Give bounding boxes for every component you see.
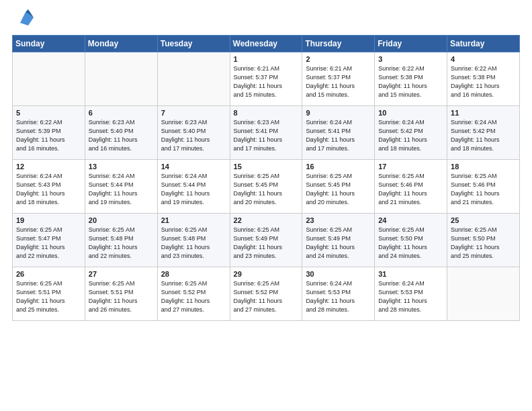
day-number: 28 (161, 270, 226, 278)
calendar-cell: 5Sunrise: 6:22 AM Sunset: 5:39 PM Daylig… (13, 106, 85, 160)
day-info: Sunrise: 6:25 AM Sunset: 5:48 PM Dayligh… (161, 226, 226, 261)
day-number: 31 (378, 270, 443, 278)
calendar-cell: 20Sunrise: 6:25 AM Sunset: 5:48 PM Dayli… (85, 214, 157, 267)
week-row-3: 12Sunrise: 6:24 AM Sunset: 5:43 PM Dayli… (13, 160, 520, 214)
day-number: 9 (306, 109, 371, 117)
week-row-4: 19Sunrise: 6:25 AM Sunset: 5:47 PM Dayli… (13, 214, 520, 267)
day-info: Sunrise: 6:24 AM Sunset: 5:41 PM Dayligh… (306, 118, 371, 153)
logo (12, 11, 36, 31)
day-info: Sunrise: 6:24 AM Sunset: 5:53 PM Dayligh… (306, 279, 371, 314)
day-number: 20 (89, 216, 154, 224)
day-number: 24 (378, 216, 443, 224)
day-info: Sunrise: 6:25 AM Sunset: 5:49 PM Dayligh… (306, 226, 371, 261)
day-number: 2 (306, 55, 371, 63)
calendar-cell: 16Sunrise: 6:25 AM Sunset: 5:45 PM Dayli… (302, 160, 375, 214)
day-number: 17 (378, 163, 443, 171)
day-info: Sunrise: 6:25 AM Sunset: 5:46 PM Dayligh… (378, 172, 443, 207)
logo-icon (15, 7, 36, 28)
calendar-cell: 29Sunrise: 6:25 AM Sunset: 5:52 PM Dayli… (230, 267, 302, 321)
day-number: 4 (451, 55, 516, 63)
weekday-header-row: SundayMondayTuesdayWednesdayThursdayFrid… (13, 36, 520, 52)
calendar-cell: 6Sunrise: 6:23 AM Sunset: 5:40 PM Daylig… (85, 106, 157, 160)
calendar-cell: 30Sunrise: 6:24 AM Sunset: 5:53 PM Dayli… (302, 267, 375, 321)
day-number: 21 (161, 216, 226, 224)
weekday-header-friday: Friday (375, 36, 447, 52)
day-number: 11 (451, 109, 516, 117)
calendar-cell: 28Sunrise: 6:25 AM Sunset: 5:52 PM Dayli… (157, 267, 230, 321)
day-info: Sunrise: 6:21 AM Sunset: 5:37 PM Dayligh… (234, 64, 299, 99)
calendar-cell: 11Sunrise: 6:24 AM Sunset: 5:42 PM Dayli… (447, 106, 520, 160)
calendar-cell: 18Sunrise: 6:25 AM Sunset: 5:46 PM Dayli… (447, 160, 520, 214)
calendar-cell: 26Sunrise: 6:25 AM Sunset: 5:51 PM Dayli… (13, 267, 85, 321)
weekday-header-monday: Monday (85, 36, 157, 52)
calendar-cell: 14Sunrise: 6:24 AM Sunset: 5:44 PM Dayli… (157, 160, 230, 214)
calendar-cell (447, 267, 520, 321)
day-number: 18 (451, 163, 516, 171)
calendar-cell (85, 52, 157, 106)
day-info: Sunrise: 6:25 AM Sunset: 5:52 PM Dayligh… (161, 279, 226, 314)
weekday-header-sunday: Sunday (13, 36, 85, 52)
day-number: 15 (234, 163, 299, 171)
calendar-cell: 31Sunrise: 6:24 AM Sunset: 5:53 PM Dayli… (375, 267, 447, 321)
calendar-cell: 17Sunrise: 6:25 AM Sunset: 5:46 PM Dayli… (375, 160, 447, 214)
day-number: 14 (161, 163, 226, 171)
day-info: Sunrise: 6:24 AM Sunset: 5:42 PM Dayligh… (378, 118, 443, 153)
calendar-cell: 9Sunrise: 6:24 AM Sunset: 5:41 PM Daylig… (302, 106, 375, 160)
day-number: 5 (16, 109, 81, 117)
day-info: Sunrise: 6:22 AM Sunset: 5:38 PM Dayligh… (378, 64, 443, 99)
day-info: Sunrise: 6:22 AM Sunset: 5:39 PM Dayligh… (16, 118, 81, 153)
day-number: 12 (16, 163, 81, 171)
day-number: 6 (89, 109, 154, 117)
day-info: Sunrise: 6:24 AM Sunset: 5:42 PM Dayligh… (451, 118, 516, 153)
day-info: Sunrise: 6:24 AM Sunset: 5:53 PM Dayligh… (378, 279, 443, 314)
day-number: 25 (451, 216, 516, 224)
day-info: Sunrise: 6:25 AM Sunset: 5:51 PM Dayligh… (89, 279, 154, 314)
weekday-header-tuesday: Tuesday (157, 36, 230, 52)
day-info: Sunrise: 6:22 AM Sunset: 5:38 PM Dayligh… (451, 64, 516, 99)
day-number: 30 (306, 270, 371, 278)
calendar-cell: 10Sunrise: 6:24 AM Sunset: 5:42 PM Dayli… (375, 106, 447, 160)
calendar-cell: 21Sunrise: 6:25 AM Sunset: 5:48 PM Dayli… (157, 214, 230, 267)
calendar-cell: 25Sunrise: 6:25 AM Sunset: 5:50 PM Dayli… (447, 214, 520, 267)
day-number: 26 (16, 270, 81, 278)
header (12, 7, 520, 31)
day-info: Sunrise: 6:25 AM Sunset: 5:52 PM Dayligh… (234, 279, 299, 314)
calendar-cell (13, 52, 85, 106)
day-number: 29 (234, 270, 299, 278)
day-number: 13 (89, 163, 154, 171)
calendar-cell: 13Sunrise: 6:24 AM Sunset: 5:44 PM Dayli… (85, 160, 157, 214)
svg-marker-0 (20, 12, 34, 26)
calendar-cell: 1Sunrise: 6:21 AM Sunset: 5:37 PM Daylig… (230, 52, 302, 106)
calendar-cell: 2Sunrise: 6:21 AM Sunset: 5:37 PM Daylig… (302, 52, 375, 106)
day-info: Sunrise: 6:23 AM Sunset: 5:41 PM Dayligh… (234, 118, 299, 153)
calendar-cell: 4Sunrise: 6:22 AM Sunset: 5:38 PM Daylig… (447, 52, 520, 106)
day-number: 23 (306, 216, 371, 224)
day-number: 10 (378, 109, 443, 117)
day-number: 27 (89, 270, 154, 278)
day-info: Sunrise: 6:24 AM Sunset: 5:43 PM Dayligh… (16, 172, 81, 207)
day-number: 19 (16, 216, 81, 224)
day-info: Sunrise: 6:25 AM Sunset: 5:50 PM Dayligh… (451, 226, 516, 261)
weekday-header-wednesday: Wednesday (230, 36, 302, 52)
day-info: Sunrise: 6:25 AM Sunset: 5:45 PM Dayligh… (234, 172, 299, 207)
day-number: 3 (378, 55, 443, 63)
calendar-cell: 19Sunrise: 6:25 AM Sunset: 5:47 PM Dayli… (13, 214, 85, 267)
calendar-cell: 23Sunrise: 6:25 AM Sunset: 5:49 PM Dayli… (302, 214, 375, 267)
day-info: Sunrise: 6:25 AM Sunset: 5:46 PM Dayligh… (451, 172, 516, 207)
weekday-header-thursday: Thursday (302, 36, 375, 52)
day-info: Sunrise: 6:25 AM Sunset: 5:51 PM Dayligh… (16, 279, 81, 314)
day-info: Sunrise: 6:24 AM Sunset: 5:44 PM Dayligh… (89, 172, 154, 207)
week-row-5: 26Sunrise: 6:25 AM Sunset: 5:51 PM Dayli… (13, 267, 520, 321)
day-number: 22 (234, 216, 299, 224)
day-info: Sunrise: 6:25 AM Sunset: 5:45 PM Dayligh… (306, 172, 371, 207)
day-info: Sunrise: 6:25 AM Sunset: 5:47 PM Dayligh… (16, 226, 81, 261)
week-row-2: 5Sunrise: 6:22 AM Sunset: 5:39 PM Daylig… (13, 106, 520, 160)
day-number: 16 (306, 163, 371, 171)
day-number: 8 (234, 109, 299, 117)
calendar-cell: 7Sunrise: 6:23 AM Sunset: 5:40 PM Daylig… (157, 106, 230, 160)
day-info: Sunrise: 6:23 AM Sunset: 5:40 PM Dayligh… (161, 118, 226, 153)
calendar-cell (157, 52, 230, 106)
day-info: Sunrise: 6:23 AM Sunset: 5:40 PM Dayligh… (89, 118, 154, 153)
week-row-1: 1Sunrise: 6:21 AM Sunset: 5:37 PM Daylig… (13, 52, 520, 106)
day-number: 1 (234, 55, 299, 63)
